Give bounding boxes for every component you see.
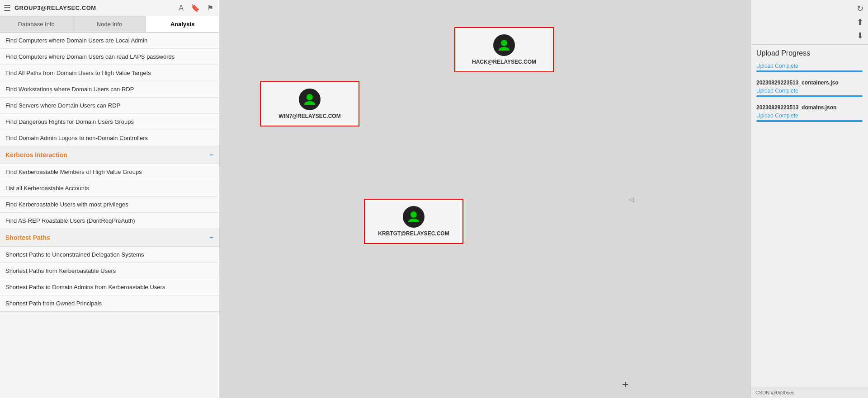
top-bar-title: GROUP3@RELAYSEC.COM xyxy=(14,5,173,11)
upload-item: 20230829223513_containers.jso Upload Com… xyxy=(756,80,863,97)
list-item[interactable]: Shortest Path from Owned Principals xyxy=(0,295,219,312)
list-item[interactable]: Find Kerberoastable Users with most priv… xyxy=(0,197,219,213)
upload-progress-title: Upload Progress xyxy=(756,49,863,57)
list-item[interactable]: Find All Paths from Domain Users to High… xyxy=(0,65,219,81)
bottom-bar: CSDN @0x30sec xyxy=(751,387,868,398)
upload-progress-bar-fill-2 xyxy=(756,95,863,97)
graph-node-krbtgt[interactable]: KRBTGT@RELAYSEC.COM xyxy=(364,199,463,244)
svg-point-2 xyxy=(410,211,417,218)
svg-point-0 xyxy=(501,40,507,46)
graph-node-win7[interactable]: WIN7@RELAYSEC.COM xyxy=(260,81,359,126)
list-item[interactable]: Find Computers where Domain Users can re… xyxy=(0,49,219,65)
upload-item: 20230829223513_domains.json Upload Compl… xyxy=(756,104,863,122)
tabs-bar: Database Info Node Info Analysis xyxy=(0,16,219,33)
upload-item: Upload Complete xyxy=(756,63,863,72)
list-item[interactable]: Find Kerberoastable Members of High Valu… xyxy=(0,164,219,180)
tab-node-info[interactable]: Node Info xyxy=(73,16,146,32)
upload-progress-panel: Upload Progress Upload Complete 20230829… xyxy=(751,45,868,387)
node-icon-krbtgt xyxy=(403,206,425,228)
right-panel: ↻ ⬆ ⬇ Upload Progress Upload Complete 20… xyxy=(750,0,868,398)
resize-handle[interactable]: ◁ xyxy=(629,196,634,203)
upload-icon[interactable]: ⬆ xyxy=(856,16,864,28)
upload-status-label-2: Upload Complete xyxy=(756,88,863,94)
upload-progress-bar-fill-3 xyxy=(756,120,863,122)
upload-progress-bar-bg-2 xyxy=(756,95,863,97)
upload-filename: 20230829223513_containers.jso xyxy=(756,80,863,86)
analysis-content: Find Computers where Domain Users are Lo… xyxy=(0,33,219,398)
list-item[interactable]: Find Workstations where Domain Users can… xyxy=(0,81,219,98)
add-button[interactable]: + xyxy=(622,378,628,391)
right-top-icons: ↻ ⬆ ⬇ xyxy=(751,0,868,45)
top-bar: ☰ GROUP3@RELAYSEC.COM A 🔖 ⚑ xyxy=(0,0,219,16)
list-item[interactable]: Find Computers where Domain Users are Lo… xyxy=(0,33,219,49)
top-bar-icon-a[interactable]: A xyxy=(177,3,185,13)
list-item[interactable]: Find Domain Admin Logons to non-Domain C… xyxy=(0,130,219,146)
tab-database-info[interactable]: Database Info xyxy=(0,16,73,32)
node-label-krbtgt: KRBTGT@RELAYSEC.COM xyxy=(378,230,449,237)
hamburger-icon[interactable]: ☰ xyxy=(4,3,11,13)
list-item[interactable]: Shortest Paths to Unconstrained Delegati… xyxy=(0,247,219,263)
node-label-hack: HACK@RELAYSEC.COM xyxy=(472,59,536,65)
upload-progress-bar-fill xyxy=(756,70,863,72)
node-label-win7: WIN7@RELAYSEC.COM xyxy=(278,113,340,119)
shortest-paths-section-header: Shortest Paths − xyxy=(0,229,219,247)
tab-analysis[interactable]: Analysis xyxy=(146,16,219,32)
shortest-paths-collapse-btn[interactable]: − xyxy=(209,234,213,242)
shortest-paths-section-title: Shortest Paths xyxy=(5,234,50,241)
left-panel: ☰ GROUP3@RELAYSEC.COM A 🔖 ⚑ Database Inf… xyxy=(0,0,219,398)
upload-filename-2: 20230829223513_domains.json xyxy=(756,104,863,111)
refresh-icon[interactable]: ↻ xyxy=(856,3,864,14)
kerberos-section-title: Kerberos Interaction xyxy=(5,151,67,159)
list-item[interactable]: Find AS-REP Roastable Users (DontReqPreA… xyxy=(0,213,219,229)
kerberos-collapse-btn[interactable]: − xyxy=(209,151,213,159)
download-icon[interactable]: ⬇ xyxy=(856,30,864,42)
upload-status-label-3: Upload Complete xyxy=(756,112,863,119)
list-item[interactable]: Shortest Paths to Domain Admins from Ker… xyxy=(0,279,219,295)
upload-progress-bar-bg xyxy=(756,70,863,72)
kerberos-section-header: Kerberos Interaction − xyxy=(0,146,219,164)
top-bar-icon-bookmark[interactable]: 🔖 xyxy=(189,3,202,13)
graph-node-hack[interactable]: HACK@RELAYSEC.COM xyxy=(454,27,554,72)
node-icon-hack xyxy=(493,34,515,56)
list-item[interactable]: Find Servers where Domain Users can RDP xyxy=(0,98,219,114)
upload-status-label: Upload Complete xyxy=(756,63,863,69)
svg-point-1 xyxy=(307,94,313,100)
list-item[interactable]: List all Kerberoastable Accounts xyxy=(0,180,219,197)
top-bar-icon-filter[interactable]: ⚑ xyxy=(205,3,215,13)
list-item[interactable]: Find Dangerous Rights for Domain Users G… xyxy=(0,114,219,130)
list-item[interactable]: Shortest Paths from Kerberoastable Users xyxy=(0,263,219,279)
bottom-bar-text: CSDN @0x30sec xyxy=(755,390,794,395)
node-icon-win7 xyxy=(299,89,321,110)
upload-progress-bar-bg-3 xyxy=(756,120,863,122)
graph-canvas[interactable]: HACK@RELAYSEC.COM WIN7@RELAYSEC.COM KRBT… xyxy=(219,0,750,398)
